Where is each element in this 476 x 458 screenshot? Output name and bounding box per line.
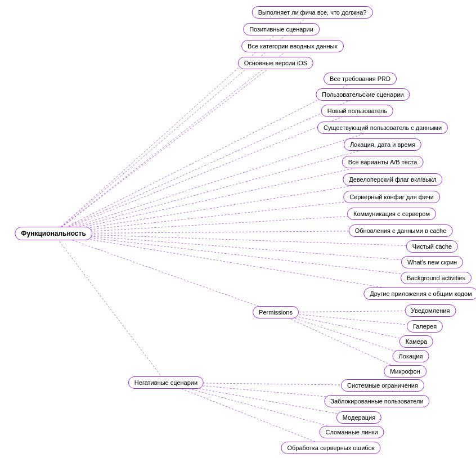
n15-node[interactable]: Чистый cache (406, 240, 458, 253)
svg-line-2 (53, 46, 293, 234)
svg-line-4 (53, 79, 360, 234)
n17-node[interactable]: Background activities (401, 272, 471, 284)
svg-line-16 (53, 234, 436, 278)
n7-node[interactable]: Новый пользователь (321, 105, 393, 117)
negative-node[interactable]: Негативные сценарии (128, 376, 204, 389)
n20-node[interactable]: Галерея (407, 320, 443, 333)
n25-node[interactable]: Заблокированные пользователи (324, 395, 429, 407)
n28-node[interactable]: Обработка серверных ошибок (281, 442, 380, 454)
n13-node[interactable]: Коммуникация с сервером (347, 208, 436, 220)
n24-node[interactable]: Системные ограничения (341, 379, 424, 392)
n19-node[interactable]: Уведомления (405, 304, 456, 317)
n9-node[interactable]: Локация, дата и время (344, 138, 421, 151)
svg-line-19 (53, 234, 166, 383)
n22-node[interactable]: Локация (393, 350, 429, 362)
svg-line-6 (53, 111, 357, 234)
n16-node[interactable]: What's new скрин (401, 256, 463, 268)
n27-node[interactable]: Сломанные линки (319, 426, 384, 438)
n5-node[interactable]: Все требования PRD (324, 73, 397, 85)
n8-node[interactable]: Существующий пользователь с данными (317, 122, 448, 134)
svg-line-24 (276, 312, 405, 371)
svg-line-18 (53, 234, 276, 312)
n2-node[interactable]: Позитивные сценарии (243, 23, 320, 35)
svg-line-29 (166, 383, 331, 448)
n11-node[interactable]: Девелоперский флаг вкл/выкл (343, 173, 442, 186)
svg-line-8 (53, 145, 383, 234)
root-node[interactable]: Функциональность (15, 227, 92, 240)
n23-node[interactable]: Микрофон (384, 365, 426, 378)
svg-line-17 (53, 234, 421, 294)
n1-node[interactable]: Выполняет ли фича все, что должна? (252, 6, 373, 19)
n21-node[interactable]: Камера (399, 335, 433, 348)
n14-node[interactable]: Обновления с данными в cache (349, 224, 453, 237)
permissions-node[interactable]: Permissions (253, 306, 299, 318)
n3-node[interactable]: Все категории вводных данных (241, 40, 344, 52)
svg-line-11 (53, 197, 392, 234)
n10-node[interactable]: Все варианты А/В теста (342, 156, 424, 168)
n4-node[interactable]: Основные версии iOS (238, 57, 313, 69)
svg-line-12 (53, 214, 392, 234)
n18-node[interactable]: Другие приложения с общим кодом (363, 288, 476, 300)
svg-line-7 (53, 128, 383, 234)
svg-line-3 (53, 63, 276, 234)
svg-line-15 (53, 234, 432, 262)
mind-map: ФункциональностьPermissionsНегативные сц… (0, 0, 476, 458)
n12-node[interactable]: Серверный конфиг для фичи (343, 191, 440, 203)
svg-line-28 (166, 383, 352, 432)
svg-line-5 (53, 95, 363, 234)
svg-line-9 (53, 162, 383, 234)
n6-node[interactable]: Пользовательские сценарии (316, 88, 410, 101)
n26-node[interactable]: Модерация (336, 411, 381, 424)
svg-line-10 (53, 179, 393, 234)
svg-line-23 (276, 312, 411, 356)
